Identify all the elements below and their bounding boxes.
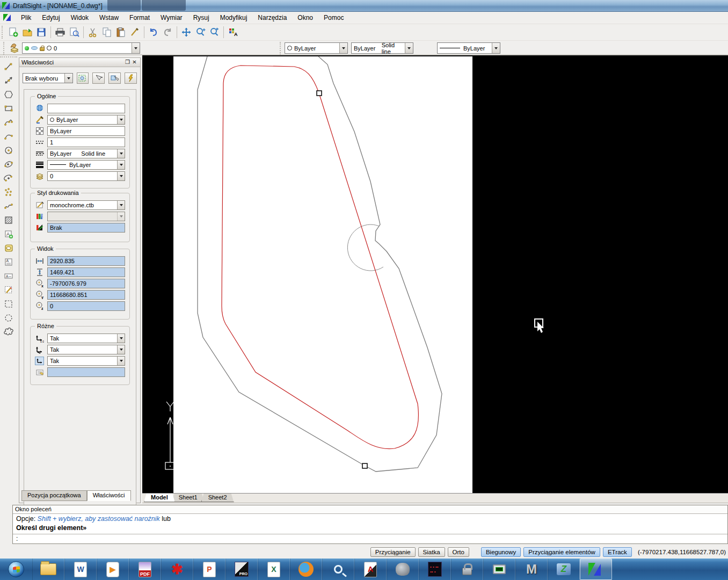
menu-edytuj[interactable]: Edytuj <box>37 12 65 23</box>
property-painter-button[interactable]: A <box>226 25 240 39</box>
select-matching-button[interactable] <box>77 73 89 84</box>
properties-panel-titlebar[interactable]: Właściwości ❐ ✕ <box>19 58 140 67</box>
tool-edit-annotation-icon[interactable] <box>2 283 16 297</box>
tool-note-icon[interactable]: A <box>2 255 16 269</box>
snap-toggle[interactable]: Przyciąganie <box>370 547 416 557</box>
undo-button[interactable] <box>147 25 161 39</box>
etrack-toggle[interactable]: ETrack <box>603 547 632 557</box>
toolbar-grip-2[interactable] <box>3 42 6 55</box>
line-style-combo[interactable]: ByLayer Solid line <box>351 42 413 54</box>
linestyle-scale-field[interactable]: 1 <box>47 137 125 147</box>
format-painter-button[interactable] <box>128 25 142 39</box>
taskbar-excel[interactable]: X <box>258 559 290 580</box>
tool-polygon-icon[interactable] <box>2 88 16 102</box>
tool-hatch-icon[interactable] <box>2 213 16 227</box>
tab-pozycja-poczatkowa[interactable]: Pozycja początkowa <box>21 490 87 501</box>
redo-button[interactable] <box>161 25 174 39</box>
save-button[interactable] <box>34 25 48 39</box>
zoom-previous-button[interactable] <box>207 25 221 39</box>
taskbar-pro-app[interactable]: PRO <box>225 559 258 580</box>
taskbar-diagram-app[interactable]: Z <box>548 559 580 580</box>
tool-circle-icon[interactable] <box>2 143 16 157</box>
tool-simple-note-icon[interactable]: A <box>2 269 16 283</box>
taskbar-pdf-viewer[interactable]: PDF <box>129 559 161 580</box>
command-input[interactable]: : <box>13 534 727 543</box>
start-button[interactable] <box>0 559 32 580</box>
grid-toggle[interactable]: Siatka <box>418 547 445 557</box>
taskbar-system-monitor[interactable] <box>483 559 515 580</box>
line-weight-dropdown[interactable] <box>492 43 500 53</box>
layer-combo-dropdown[interactable] <box>132 43 140 53</box>
new-button[interactable] <box>6 25 20 39</box>
taskbar-draftsight[interactable] <box>580 559 612 580</box>
taskbar-word[interactable]: W <box>64 559 97 580</box>
command-option-link[interactable]: Shift + wybierz, aby zastosować narożnik <box>38 515 160 523</box>
menu-plik[interactable]: Plik <box>16 12 37 23</box>
esnap-toggle[interactable]: Przyciąganie elementów <box>523 547 600 557</box>
polar-toggle[interactable]: Biegunowy <box>481 547 521 557</box>
tool-region-icon[interactable] <box>2 241 16 255</box>
taskbar-autocad[interactable]: A <box>354 559 387 580</box>
tool-ellipse-icon[interactable] <box>2 157 16 171</box>
command-window-title[interactable]: Okno poleceń <box>13 505 727 514</box>
tool-arc-icon[interactable] <box>2 129 16 143</box>
print-button[interactable] <box>53 25 67 39</box>
grip-point-top[interactable] <box>317 91 322 96</box>
transparency-field[interactable]: ByLayer <box>47 126 125 136</box>
taskbar-explorer[interactable] <box>32 559 64 580</box>
drawing-area[interactable] <box>142 55 728 493</box>
linestyle-combo[interactable]: ByLayerSolid line <box>47 149 125 158</box>
tool-rectangle-icon[interactable] <box>2 102 16 115</box>
layer-field-combo[interactable]: 0 <box>47 171 125 181</box>
menu-wymiar[interactable]: Wymiar <box>155 12 188 23</box>
linecolor-combo[interactable]: ByLayer <box>47 115 125 125</box>
float-panel-icon[interactable]: ❐ <box>124 59 131 66</box>
taskbar-powerpoint[interactable]: P <box>193 559 225 580</box>
zoom-button[interactable] <box>193 25 207 39</box>
misc-row3-combo[interactable]: Tak <box>47 356 125 366</box>
taskbar-media-player[interactable]: ▶ <box>97 559 129 580</box>
selection-combo[interactable]: Brak wyboru <box>23 73 73 83</box>
layer-combo[interactable]: 0 <box>22 42 140 54</box>
print-preview-button[interactable] <box>67 25 81 39</box>
copy-button[interactable] <box>100 25 114 39</box>
line-color-combo[interactable]: ByLayer <box>285 42 348 54</box>
cut-button[interactable] <box>86 25 100 39</box>
line-style-dropdown[interactable] <box>405 43 413 53</box>
evaluate-button[interactable] <box>125 73 137 84</box>
tool-elliptical-arc-icon[interactable] <box>2 171 16 185</box>
line-weight-combo[interactable]: ByLayer <box>437 42 500 54</box>
selection-combo-dropdown[interactable] <box>64 74 72 83</box>
view-center-z-field[interactable]: 0 <box>47 301 125 311</box>
taskbar-firefox[interactable] <box>290 559 322 580</box>
view-center-x-field[interactable]: -7970076.979 <box>47 279 125 288</box>
hyperlink-field[interactable] <box>47 104 125 113</box>
tool-revision-cloud-icon[interactable] <box>2 325 16 339</box>
tab-sheet2[interactable]: Sheet2 <box>201 494 234 502</box>
view-height-field[interactable]: 1469.421 <box>47 267 125 277</box>
print-style-assigned-field[interactable]: Brak <box>47 223 125 233</box>
tool-select-circle-icon[interactable] <box>2 311 16 325</box>
close-panel-icon[interactable]: ✕ <box>131 59 138 66</box>
ortho-toggle[interactable]: Orto <box>448 547 469 557</box>
view-center-y-field[interactable]: 11668680.851 <box>47 290 125 300</box>
tool-select-window-icon[interactable] <box>2 297 16 311</box>
model-space-canvas[interactable] <box>142 55 728 493</box>
line-color-dropdown[interactable] <box>339 43 347 53</box>
taskbar-dots-app[interactable] <box>419 559 451 580</box>
menu-okno[interactable]: Okno <box>292 12 318 23</box>
tool-freehand-icon[interactable] <box>2 199 16 213</box>
tool-insert-annotation-icon[interactable]: A <box>2 227 16 241</box>
menu-widok[interactable]: Widok <box>65 12 94 23</box>
menu-wstaw[interactable]: Wstaw <box>94 12 124 23</box>
title-bar[interactable]: DraftSight - [NONAME_0.dwg*] <box>0 0 728 12</box>
menu-modyfikuj[interactable]: Modyfikuj <box>215 12 253 23</box>
tab-model[interactable]: Model <box>144 494 175 502</box>
misc-row4-field[interactable] <box>47 367 125 377</box>
taskbar-matlab[interactable]: M <box>515 559 548 580</box>
tool-line-icon[interactable] <box>2 60 16 74</box>
select-entities-button[interactable] <box>92 73 105 84</box>
toolbar-grip[interactable] <box>2 26 5 39</box>
select-window-button[interactable] <box>108 73 121 84</box>
print-style-table-combo[interactable]: monochrome.ctb <box>47 200 125 210</box>
